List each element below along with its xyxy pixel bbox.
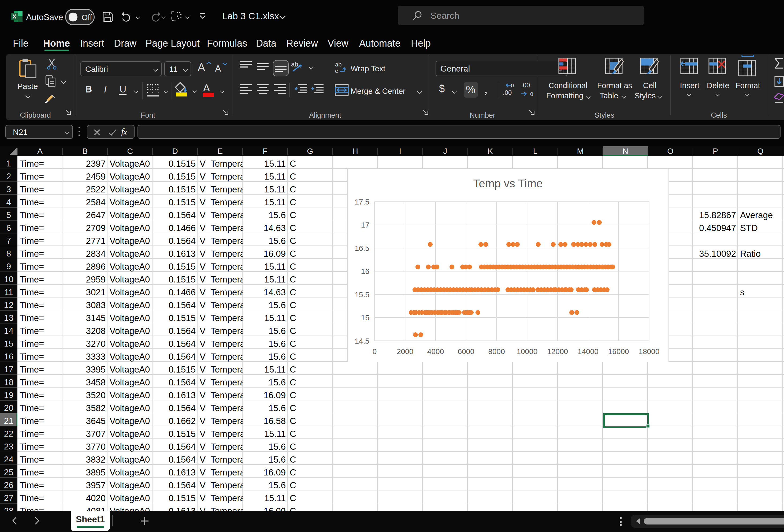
svg-text:18000: 18000: [639, 347, 660, 356]
svg-text:ab: ab: [291, 61, 298, 68]
svg-text:17: 17: [361, 221, 369, 229]
svg-text:12000: 12000: [547, 347, 568, 356]
svg-text:Temp vs Time: Temp vs Time: [473, 177, 542, 190]
svg-text:ab: ab: [335, 61, 341, 68]
svg-text:15.5: 15.5: [355, 290, 370, 299]
svg-text:c: c: [335, 67, 338, 74]
svg-text:2000: 2000: [397, 347, 413, 356]
svg-text:X: X: [12, 13, 16, 20]
svg-text:16: 16: [361, 267, 369, 276]
svg-text:17.5: 17.5: [355, 198, 370, 206]
svg-text:14.5: 14.5: [355, 337, 370, 345]
svg-text:0: 0: [372, 347, 377, 356]
svg-text:0: 0: [530, 91, 533, 97]
svg-text:4000: 4000: [427, 347, 444, 356]
svg-text:10000: 10000: [516, 347, 537, 356]
svg-text:0: 0: [511, 83, 514, 88]
svg-text:6000: 6000: [458, 347, 474, 356]
svg-text:16.5: 16.5: [355, 244, 370, 252]
svg-text:8000: 8000: [488, 347, 505, 356]
svg-text:.00: .00: [503, 89, 512, 96]
svg-text:15: 15: [361, 314, 369, 322]
svg-text:14000: 14000: [578, 347, 598, 356]
svg-text:16000: 16000: [608, 347, 629, 356]
svg-text:.00: .00: [521, 83, 530, 89]
